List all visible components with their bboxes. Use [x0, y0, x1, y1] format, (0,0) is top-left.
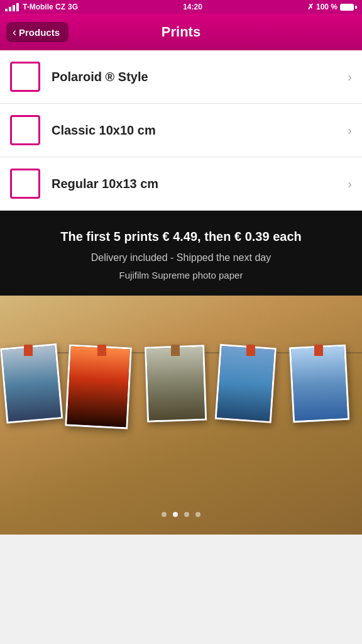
price-label: The first 5 prints € 4.49, then € 0.39 e… [13, 228, 349, 245]
list-item-polaroid[interactable]: Polaroid ® Style › [0, 50, 362, 104]
regular-icon [10, 169, 40, 199]
hanging-photo-4 [215, 344, 277, 423]
clothespin-2 [97, 345, 106, 356]
clothespin-1 [24, 345, 33, 356]
polaroid-chevron-icon: › [348, 70, 352, 84]
page-dot-2[interactable] [173, 512, 178, 517]
regular-chevron-icon: › [348, 177, 352, 191]
battery-icon [340, 4, 357, 11]
page-dot-3[interactable] [184, 512, 189, 517]
clothespin-5 [314, 345, 323, 356]
page-title: Prints [162, 24, 200, 40]
list-item-regular[interactable]: Regular 10x13 cm › [0, 157, 362, 211]
bluetooth-icon: ✗ [307, 3, 314, 11]
time-label: 14:20 [183, 3, 202, 11]
classic-label: Classic 10x10 cm [52, 123, 348, 138]
photo-section [0, 296, 362, 535]
page-dot-1[interactable] [162, 512, 167, 517]
delivery-label: Delivery included - Shipped the next day [13, 252, 349, 264]
bottom-bar [0, 535, 362, 562]
classic-chevron-icon: › [348, 123, 352, 138]
classic-icon [10, 115, 40, 145]
chevron-left-icon: ‹ [13, 26, 16, 38]
page-dots [0, 512, 362, 517]
nav-bar: ‹ Products Prints [0, 14, 362, 50]
paper-label: Fujifilm Supreme photo paper [13, 270, 349, 280]
polaroid-label: Polaroid ® Style [52, 70, 348, 84]
carrier-label: T-Mobile CZ [23, 3, 65, 11]
network-label: 3G [68, 3, 78, 11]
list-item-classic[interactable]: Classic 10x10 cm › [0, 104, 362, 157]
polaroid-icon [10, 62, 40, 92]
back-label: Products [19, 27, 60, 38]
clothespin-4 [246, 345, 255, 356]
back-button[interactable]: ‹ Products [6, 22, 69, 42]
regular-label: Regular 10x13 cm [52, 177, 348, 191]
signal-bars-icon [5, 3, 19, 11]
status-bar: T-Mobile CZ 3G 14:20 ✗ 100 % [0, 0, 362, 14]
info-section: The first 5 prints € 4.49, then € 0.39 e… [0, 211, 362, 296]
hanging-photo-2 [65, 344, 132, 429]
clothespin-3 [171, 345, 180, 356]
battery-label: 100 % [316, 3, 337, 11]
hanging-photo-5 [289, 345, 349, 423]
page-dot-4[interactable] [195, 512, 200, 517]
status-left: T-Mobile CZ 3G [5, 3, 78, 11]
product-list: Polaroid ® Style › Classic 10x10 cm › Re… [0, 50, 362, 211]
photo-background [0, 296, 362, 535]
status-right: ✗ 100 % [307, 3, 357, 11]
hanging-photo-3 [145, 345, 207, 422]
